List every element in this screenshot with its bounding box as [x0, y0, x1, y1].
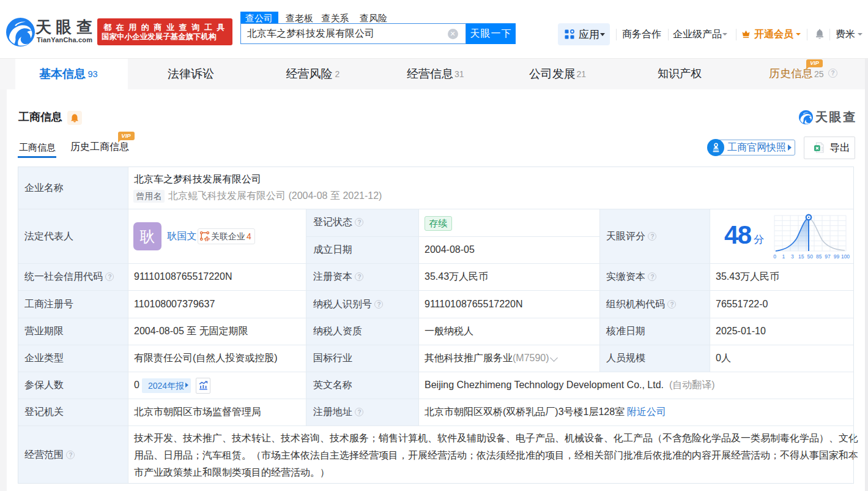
svg-text:85: 85 [816, 253, 822, 260]
svg-text:99: 99 [834, 253, 840, 260]
svg-text:97: 97 [825, 253, 831, 260]
svg-text:3: 3 [791, 253, 794, 260]
svg-text:企: 企 [203, 236, 210, 241]
svg-text:15: 15 [798, 253, 804, 260]
svg-text:1: 1 [782, 253, 785, 260]
svg-text:50: 50 [807, 253, 813, 260]
svg-text:100: 100 [841, 253, 850, 260]
svg-text:0: 0 [773, 253, 776, 260]
